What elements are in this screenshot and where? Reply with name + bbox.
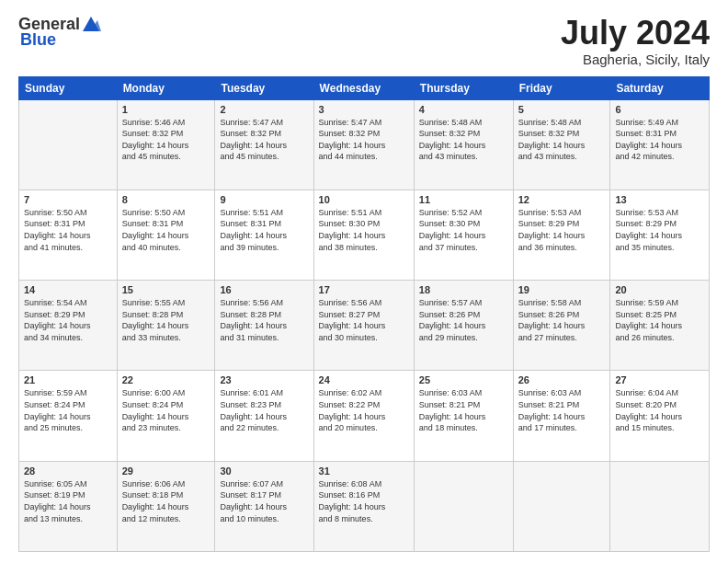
day-number: 30 bbox=[220, 465, 308, 477]
calendar-cell: 16Sunrise: 5:56 AM Sunset: 8:28 PM Dayli… bbox=[215, 281, 313, 371]
calendar-cell: 17Sunrise: 5:56 AM Sunset: 8:27 PM Dayli… bbox=[313, 281, 414, 371]
cell-info: Sunrise: 5:59 AM Sunset: 8:24 PM Dayligh… bbox=[24, 387, 112, 433]
header: General Blue July 2024 Bagheria, Sicily,… bbox=[18, 15, 710, 67]
calendar-cell: 22Sunrise: 6:00 AM Sunset: 8:24 PM Dayli… bbox=[117, 371, 215, 461]
day-number: 17 bbox=[319, 284, 409, 295]
day-number: 6 bbox=[615, 104, 704, 115]
cell-info: Sunrise: 5:48 AM Sunset: 8:32 PM Dayligh… bbox=[419, 117, 508, 163]
calendar-cell: 20Sunrise: 5:59 AM Sunset: 8:25 PM Dayli… bbox=[610, 281, 710, 371]
calendar-cell: 23Sunrise: 6:01 AM Sunset: 8:23 PM Dayli… bbox=[215, 371, 313, 461]
cell-info: Sunrise: 5:48 AM Sunset: 8:32 PM Dayligh… bbox=[518, 117, 606, 163]
cell-info: Sunrise: 5:50 AM Sunset: 8:31 PM Dayligh… bbox=[122, 207, 210, 253]
calendar-cell: 15Sunrise: 5:55 AM Sunset: 8:28 PM Dayli… bbox=[117, 281, 215, 371]
day-number: 11 bbox=[419, 194, 508, 205]
calendar-cell: 28Sunrise: 6:05 AM Sunset: 8:19 PM Dayli… bbox=[19, 461, 118, 551]
week-row-2: 7Sunrise: 5:50 AM Sunset: 8:31 PM Daylig… bbox=[19, 190, 710, 280]
cell-info: Sunrise: 6:04 AM Sunset: 8:20 PM Dayligh… bbox=[615, 387, 704, 433]
day-number: 4 bbox=[419, 104, 508, 115]
cell-info: Sunrise: 6:01 AM Sunset: 8:23 PM Dayligh… bbox=[220, 387, 308, 433]
cell-info: Sunrise: 6:00 AM Sunset: 8:24 PM Dayligh… bbox=[122, 387, 210, 433]
logo-blue-text: Blue bbox=[20, 30, 56, 50]
day-header-friday: Friday bbox=[513, 76, 610, 99]
calendar-cell: 19Sunrise: 5:58 AM Sunset: 8:26 PM Dayli… bbox=[513, 281, 610, 371]
logo-icon bbox=[81, 15, 101, 33]
calendar-cell: 4Sunrise: 5:48 AM Sunset: 8:32 PM Daylig… bbox=[414, 99, 513, 190]
cell-info: Sunrise: 5:53 AM Sunset: 8:29 PM Dayligh… bbox=[615, 207, 704, 253]
cell-info: Sunrise: 5:50 AM Sunset: 8:31 PM Dayligh… bbox=[24, 207, 112, 253]
day-number: 9 bbox=[220, 194, 308, 205]
calendar-cell: 31Sunrise: 6:08 AM Sunset: 8:16 PM Dayli… bbox=[313, 461, 414, 551]
day-header-thursday: Thursday bbox=[414, 76, 513, 99]
day-number: 16 bbox=[220, 284, 308, 295]
cell-info: Sunrise: 5:51 AM Sunset: 8:31 PM Dayligh… bbox=[220, 207, 308, 253]
day-number: 12 bbox=[518, 194, 606, 205]
calendar-cell: 5Sunrise: 5:48 AM Sunset: 8:32 PM Daylig… bbox=[513, 99, 610, 190]
calendar-cell: 27Sunrise: 6:04 AM Sunset: 8:20 PM Dayli… bbox=[610, 371, 710, 461]
day-number: 22 bbox=[122, 374, 210, 385]
day-number: 7 bbox=[24, 194, 112, 205]
calendar-cell: 6Sunrise: 5:49 AM Sunset: 8:31 PM Daylig… bbox=[610, 99, 710, 190]
cell-info: Sunrise: 5:52 AM Sunset: 8:30 PM Dayligh… bbox=[419, 207, 508, 253]
calendar-cell: 11Sunrise: 5:52 AM Sunset: 8:30 PM Dayli… bbox=[414, 190, 513, 280]
week-row-1: 1Sunrise: 5:46 AM Sunset: 8:32 PM Daylig… bbox=[19, 99, 710, 190]
day-number: 31 bbox=[319, 465, 409, 477]
calendar-cell: 13Sunrise: 5:53 AM Sunset: 8:29 PM Dayli… bbox=[610, 190, 710, 280]
cell-info: Sunrise: 5:53 AM Sunset: 8:29 PM Dayligh… bbox=[518, 207, 606, 253]
day-number: 23 bbox=[220, 374, 308, 385]
calendar-cell bbox=[414, 461, 513, 551]
cell-info: Sunrise: 6:07 AM Sunset: 8:17 PM Dayligh… bbox=[220, 478, 308, 524]
day-number: 29 bbox=[122, 465, 210, 477]
calendar-cell: 8Sunrise: 5:50 AM Sunset: 8:31 PM Daylig… bbox=[117, 190, 215, 280]
cell-info: Sunrise: 5:49 AM Sunset: 8:31 PM Dayligh… bbox=[615, 117, 704, 163]
day-number: 1 bbox=[122, 104, 210, 115]
logo: General Blue bbox=[18, 15, 101, 50]
day-number: 15 bbox=[122, 284, 210, 295]
day-number: 24 bbox=[319, 374, 409, 385]
calendar-cell: 25Sunrise: 6:03 AM Sunset: 8:21 PM Dayli… bbox=[414, 371, 513, 461]
cell-info: Sunrise: 5:54 AM Sunset: 8:29 PM Dayligh… bbox=[24, 297, 112, 343]
cell-info: Sunrise: 5:58 AM Sunset: 8:26 PM Dayligh… bbox=[518, 297, 606, 343]
page: General Blue July 2024 Bagheria, Sicily,… bbox=[0, 0, 728, 563]
calendar-cell: 7Sunrise: 5:50 AM Sunset: 8:31 PM Daylig… bbox=[19, 190, 118, 280]
calendar-cell: 10Sunrise: 5:51 AM Sunset: 8:30 PM Dayli… bbox=[313, 190, 414, 280]
title-block: July 2024 Bagheria, Sicily, Italy bbox=[561, 15, 710, 67]
day-number: 28 bbox=[24, 465, 112, 477]
day-number: 2 bbox=[220, 104, 308, 115]
week-row-5: 28Sunrise: 6:05 AM Sunset: 8:19 PM Dayli… bbox=[19, 461, 710, 551]
calendar-cell: 12Sunrise: 5:53 AM Sunset: 8:29 PM Dayli… bbox=[513, 190, 610, 280]
day-number: 26 bbox=[518, 374, 606, 385]
calendar-cell bbox=[610, 461, 710, 551]
calendar-table: SundayMondayTuesdayWednesdayThursdayFrid… bbox=[18, 76, 710, 552]
day-number: 25 bbox=[419, 374, 508, 385]
calendar-cell bbox=[19, 99, 118, 190]
cell-info: Sunrise: 5:47 AM Sunset: 8:32 PM Dayligh… bbox=[319, 117, 409, 163]
day-number: 14 bbox=[24, 284, 112, 295]
day-number: 21 bbox=[24, 374, 112, 385]
day-header-saturday: Saturday bbox=[610, 76, 710, 99]
cell-info: Sunrise: 5:59 AM Sunset: 8:25 PM Dayligh… bbox=[615, 297, 704, 343]
calendar-cell: 18Sunrise: 5:57 AM Sunset: 8:26 PM Dayli… bbox=[414, 281, 513, 371]
calendar-cell: 3Sunrise: 5:47 AM Sunset: 8:32 PM Daylig… bbox=[313, 99, 414, 190]
day-number: 27 bbox=[615, 374, 704, 385]
cell-info: Sunrise: 6:05 AM Sunset: 8:19 PM Dayligh… bbox=[24, 478, 112, 524]
week-row-3: 14Sunrise: 5:54 AM Sunset: 8:29 PM Dayli… bbox=[19, 281, 710, 371]
days-header-row: SundayMondayTuesdayWednesdayThursdayFrid… bbox=[19, 76, 710, 99]
calendar-cell: 21Sunrise: 5:59 AM Sunset: 8:24 PM Dayli… bbox=[19, 371, 118, 461]
day-number: 3 bbox=[319, 104, 409, 115]
day-number: 19 bbox=[518, 284, 606, 295]
week-row-4: 21Sunrise: 5:59 AM Sunset: 8:24 PM Dayli… bbox=[19, 371, 710, 461]
day-number: 5 bbox=[518, 104, 606, 115]
cell-info: Sunrise: 6:03 AM Sunset: 8:21 PM Dayligh… bbox=[419, 387, 508, 433]
month-title: July 2024 bbox=[561, 15, 710, 52]
cell-info: Sunrise: 5:56 AM Sunset: 8:28 PM Dayligh… bbox=[220, 297, 308, 343]
day-number: 18 bbox=[419, 284, 508, 295]
calendar-cell: 2Sunrise: 5:47 AM Sunset: 8:32 PM Daylig… bbox=[215, 99, 313, 190]
cell-info: Sunrise: 6:06 AM Sunset: 8:18 PM Dayligh… bbox=[122, 478, 210, 524]
cell-info: Sunrise: 6:08 AM Sunset: 8:16 PM Dayligh… bbox=[319, 478, 409, 524]
calendar-cell: 1Sunrise: 5:46 AM Sunset: 8:32 PM Daylig… bbox=[117, 99, 215, 190]
calendar-cell: 24Sunrise: 6:02 AM Sunset: 8:22 PM Dayli… bbox=[313, 371, 414, 461]
location-subtitle: Bagheria, Sicily, Italy bbox=[561, 52, 710, 67]
cell-info: Sunrise: 6:02 AM Sunset: 8:22 PM Dayligh… bbox=[319, 387, 409, 433]
calendar-cell: 26Sunrise: 6:03 AM Sunset: 8:21 PM Dayli… bbox=[513, 371, 610, 461]
cell-info: Sunrise: 5:47 AM Sunset: 8:32 PM Dayligh… bbox=[220, 117, 308, 163]
